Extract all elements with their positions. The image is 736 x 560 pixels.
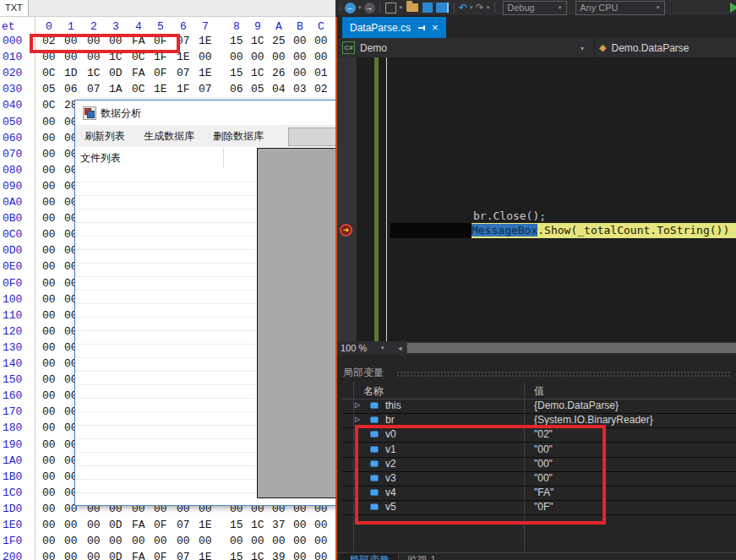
menu-generate-db[interactable]: 生成数据库 [134,125,204,147]
tab-locals[interactable]: 局部变量 [341,553,399,560]
hex-byte[interactable]: 00 [42,325,57,338]
hex-byte[interactable]: 00 [42,438,57,451]
hex-byte[interactable]: 37 [272,519,287,531]
hex-byte[interactable]: 1E [199,551,214,560]
code-editor[interactable]: br.Close(); MessageBox.Show(_totalCount.… [335,57,736,341]
hex-byte[interactable]: 00 [251,51,266,63]
hex-byte[interactable]: 00 [109,535,124,547]
close-icon[interactable]: × [432,23,439,33]
breakpoint-margin[interactable] [335,57,357,341]
pin-icon[interactable] [418,24,425,31]
hex-byte[interactable]: 00 [177,535,192,547]
undo-chevron[interactable]: ▾ [470,4,473,11]
dialog-titlebar[interactable]: 数据分析 [75,101,346,125]
hex-byte[interactable]: 00 [42,487,57,499]
hex-byte[interactable]: 00 [314,535,330,547]
hex-byte[interactable]: 00 [42,454,57,467]
hex-byte[interactable]: 03 [293,83,308,95]
hex-byte[interactable]: 00 [314,51,330,63]
hex-byte[interactable]: 00 [293,519,308,531]
scrollbar-thumb[interactable] [407,343,736,353]
menu-delete-db[interactable]: 删除数据库 [204,125,273,147]
solution-config-dropdown[interactable]: Debug ▾ [503,1,567,15]
hex-byte[interactable]: 05 [42,83,57,95]
hex-byte[interactable]: 00 [293,51,308,63]
hex-byte[interactable]: 00 [42,519,57,531]
hex-byte[interactable]: 00 [272,51,287,63]
hex-byte[interactable]: 26 [272,67,287,79]
expand-icon[interactable]: ▷ [355,401,360,409]
hex-byte[interactable]: 1C [251,551,266,560]
platform-dropdown[interactable]: Any CPU ▾ [575,1,665,15]
hex-byte[interactable]: 1F [177,83,192,95]
save-all-icon[interactable] [436,3,449,13]
hex-byte[interactable]: 1C [87,67,102,79]
hex-byte[interactable]: 15 [230,551,245,560]
scroll-left-arrow[interactable]: ◂ [398,344,402,352]
hex-byte[interactable]: 00 [293,67,308,79]
hex-byte[interactable]: 00 [314,519,330,531]
hex-byte[interactable]: 00 [42,470,57,483]
hex-byte[interactable]: 1A [109,83,124,95]
hex-byte[interactable]: 00 [42,132,57,144]
hex-byte[interactable]: 07 [177,67,192,79]
file-list-header[interactable]: 文件列表 [75,147,256,169]
selected-token[interactable]: MessageBox [472,224,537,237]
hex-byte[interactable]: 00 [64,535,79,547]
undo-icon[interactable]: ↶ [459,2,467,14]
hex-byte[interactable]: 00 [42,228,57,241]
hex-byte[interactable]: 00 [293,35,308,47]
hex-byte[interactable]: 0D [109,551,124,560]
hex-byte[interactable]: 00 [154,535,169,547]
hex-byte[interactable]: 15 [230,519,245,531]
hex-byte[interactable]: 01 [314,67,330,79]
hex-byte[interactable]: 06 [64,83,79,95]
hex-byte[interactable]: 0F [154,551,169,560]
hex-byte[interactable]: 00 [42,244,57,257]
hex-byte[interactable]: 15 [230,35,245,47]
hex-byte[interactable]: 00 [230,535,245,547]
navigate-forward-icon[interactable]: → [364,3,375,14]
hex-byte[interactable]: 00 [251,535,266,547]
hex-byte[interactable]: 00 [42,180,57,193]
hex-byte[interactable]: 00 [230,51,245,63]
hex-byte[interactable]: 00 [42,212,57,225]
hex-byte[interactable]: 00 [42,277,57,290]
hex-byte[interactable]: 00 [42,503,57,515]
hex-byte[interactable]: 00 [42,373,57,386]
hex-byte[interactable]: 07 [177,551,192,560]
new-file-chevron[interactable]: ▾ [400,4,403,11]
hex-byte[interactable]: 00 [42,148,57,160]
hex-byte[interactable]: 00 [42,341,57,354]
hex-byte[interactable]: 1C [251,519,266,531]
hex-byte[interactable]: 07 [177,519,192,531]
hex-byte[interactable]: 00 [42,389,57,402]
hex-byte[interactable]: 07 [199,83,214,95]
hex-byte[interactable]: 00 [42,260,57,273]
horizontal-scrollbar[interactable] [406,343,736,353]
file-list-rows[interactable] [75,169,256,505]
locals-row[interactable]: ▷this{Demo.DataParse} [342,399,736,414]
menu-refresh-list[interactable]: 刷新列表 [75,125,134,147]
new-file-icon[interactable] [385,3,396,14]
code-line-rest[interactable]: .Show(_totalCount.ToString()) [537,224,729,237]
hex-byte[interactable]: 00 [42,357,57,370]
zoom-dropdown[interactable]: 100 % [341,341,393,355]
hex-byte[interactable]: 00 [293,551,308,560]
hex-byte[interactable]: 1D [64,67,79,79]
hex-byte[interactable]: 39 [272,551,287,560]
hex-byte[interactable]: 04 [272,83,287,95]
expand-icon[interactable]: ▷ [355,416,360,423]
hex-byte[interactable]: 1C [251,35,266,47]
hex-byte[interactable]: 05 [251,83,266,95]
hex-byte[interactable]: 00 [42,164,57,177]
hex-byte[interactable]: 00 [64,519,79,531]
save-icon[interactable] [423,3,433,13]
hex-byte[interactable]: 00 [272,535,287,547]
redo-chevron[interactable]: ▾ [487,4,490,11]
hex-byte[interactable]: 00 [42,293,57,306]
hex-byte[interactable]: 0C [132,83,147,95]
hex-byte[interactable]: 00 [42,116,57,128]
data-grid-panel[interactable] [257,148,346,498]
navigate-back-icon[interactable]: ← [345,3,356,14]
